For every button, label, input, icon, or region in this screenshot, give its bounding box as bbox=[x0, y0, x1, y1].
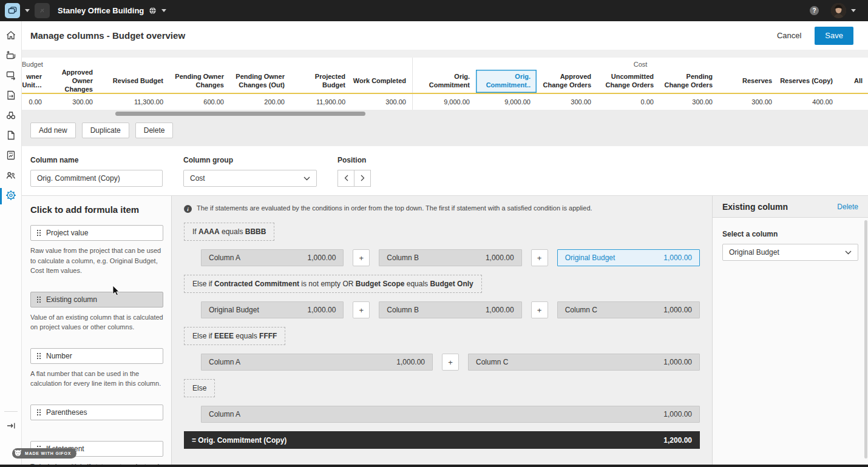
column-select-dropdown[interactable]: Original Budget bbox=[722, 244, 858, 261]
column-header-pending-owner-changes[interactable]: Pending Owner Changes bbox=[169, 70, 230, 93]
card-arrow-icon bbox=[5, 69, 17, 84]
sidebar-item-project-add[interactable] bbox=[0, 46, 22, 66]
palette-item-label: Number bbox=[46, 352, 72, 360]
chip-name: Original Budget bbox=[565, 254, 615, 262]
horizontal-scrollbar[interactable] bbox=[22, 110, 868, 118]
chip-name: Column C bbox=[565, 306, 597, 314]
save-button[interactable]: Save bbox=[815, 27, 853, 45]
formula-chip-column-c[interactable]: Column C1,000.00 bbox=[468, 354, 700, 371]
palette-item-number[interactable]: Number bbox=[30, 348, 163, 364]
group-label-cost: Cost bbox=[412, 58, 868, 70]
column-header-work-completed[interactable]: Work Completed bbox=[351, 70, 412, 93]
position-next-button[interactable] bbox=[354, 170, 371, 187]
sidebar-item-settings[interactable] bbox=[0, 186, 22, 206]
formula-chip-column-c[interactable]: Column C1,000.00 bbox=[557, 301, 700, 318]
sidebar-expand-button[interactable] bbox=[0, 417, 22, 437]
avatar[interactable] bbox=[831, 3, 846, 18]
project-thumbnail-icon[interactable] bbox=[35, 3, 50, 18]
formula-chip-column-a[interactable]: Column A1,000.00 bbox=[201, 406, 700, 423]
help-icon[interactable]: ? bbox=[810, 6, 819, 15]
position-prev-button[interactable] bbox=[337, 170, 354, 187]
sidebar-item-reports[interactable] bbox=[0, 146, 22, 166]
chip-name: Column A bbox=[209, 358, 240, 366]
condition-else[interactable]: Else bbox=[184, 379, 215, 397]
formula-chip-column-a[interactable]: Column A1,000.00 bbox=[201, 354, 433, 371]
column-header-pending-owner-changes-out[interactable]: Pending Owner Changes (Out) bbox=[230, 70, 291, 93]
condition-if-aaaa-equals-bbbb[interactable]: If AAAA equals BBBB bbox=[184, 223, 274, 241]
chip-value: 1,000.00 bbox=[663, 306, 692, 314]
operator-button[interactable]: + bbox=[353, 301, 370, 318]
info-text: The if statements are evaluated by the c… bbox=[197, 204, 592, 212]
sidebar-item-members[interactable] bbox=[0, 166, 22, 186]
palette-item-project-value[interactable]: Project value bbox=[30, 225, 163, 241]
column-name-input[interactable] bbox=[30, 170, 163, 187]
chevron-down-icon bbox=[845, 248, 852, 257]
column-group-value: Cost bbox=[190, 174, 205, 183]
formula-workspace: Click to add formula item Project valueR… bbox=[22, 195, 868, 465]
column-value-pending-owner-changes: 600.00 bbox=[169, 94, 230, 110]
sidebar-item-files[interactable] bbox=[0, 126, 22, 146]
palette-item-label: Project value bbox=[46, 229, 88, 237]
column-header-revised-budget[interactable]: Revised Budget bbox=[99, 70, 169, 93]
sidebar-item-reviews[interactable] bbox=[0, 106, 22, 126]
sidebar-item-files-sync[interactable] bbox=[0, 86, 22, 106]
column-header-wner-unit[interactable]: wner Unit… bbox=[22, 70, 48, 93]
chip-value: 1,000.00 bbox=[486, 254, 514, 262]
position-label: Position bbox=[337, 156, 371, 164]
formula-chip-column-b[interactable]: Column B1,000.00 bbox=[379, 249, 521, 266]
column-header-reserves[interactable]: Reserves bbox=[719, 70, 778, 93]
column-header-all[interactable]: All bbox=[839, 70, 868, 93]
column-header-approved-owner-changes[interactable]: Approved Owner Changes bbox=[48, 70, 99, 93]
column-header-uncommitted-change-orders[interactable]: Uncommitted Change Orders bbox=[597, 70, 660, 93]
inspector-delete-button[interactable]: Delete bbox=[837, 203, 858, 211]
palette-item-parentheses[interactable]: Parentheses bbox=[30, 405, 163, 420]
column-header-projected-budget[interactable]: Projected Budget bbox=[291, 70, 351, 93]
column-header-pending-change-orders[interactable]: Pending Change Orders bbox=[660, 70, 719, 93]
column-value-approved-owner-changes: 300.00 bbox=[48, 94, 99, 110]
operator-button[interactable]: + bbox=[353, 249, 370, 266]
palette-item-description: Raw value from the project that can be u… bbox=[30, 246, 163, 276]
column-group-select[interactable]: Cost bbox=[183, 170, 317, 187]
operator-button[interactable]: + bbox=[531, 301, 548, 318]
add-new-button[interactable]: Add new bbox=[30, 123, 76, 138]
palette-item-existing-column[interactable]: Existing column bbox=[30, 292, 163, 307]
column-value-orig-commitment: 9,000.00 bbox=[476, 94, 537, 110]
project-name[interactable]: Stanley Office Building bbox=[58, 6, 144, 15]
condition-else-if-contracted-commitment-is-not-empty-or-budget-scope-equals-budget-only[interactable]: Else if Contracted Commitment is not emp… bbox=[184, 275, 482, 293]
app-window: Stanley Office Building ? bbox=[0, 0, 868, 467]
result-label: = Orig. Commitment (Copy) bbox=[192, 436, 287, 445]
formula-chip-original-budget[interactable]: Original Budget1,000.00 bbox=[557, 249, 700, 266]
page-title: Manage columns - Budget overview bbox=[30, 30, 777, 41]
operator-button[interactable]: + bbox=[531, 249, 548, 266]
formula-chip-original-budget[interactable]: Original Budget1,000.00 bbox=[201, 301, 344, 318]
column-form: Column name Column group Cost Position bbox=[22, 146, 868, 195]
operator-button[interactable]: + bbox=[442, 354, 459, 371]
vertical-scrollbar-thumb[interactable] bbox=[864, 220, 867, 459]
app-switcher-icon[interactable] bbox=[5, 3, 20, 18]
sidebar-item-project-transfer[interactable] bbox=[0, 66, 22, 86]
column-header-approved-change-orders[interactable]: Approved Change Orders bbox=[537, 70, 597, 93]
delete-button[interactable]: Delete bbox=[135, 123, 174, 138]
group-label-row: Budget Cost bbox=[22, 58, 868, 70]
formula-chip-column-b[interactable]: Column B1,000.00 bbox=[379, 301, 521, 318]
sidebar-item-home[interactable] bbox=[0, 26, 22, 46]
chip-name: Column A bbox=[209, 410, 240, 418]
formula-chip-column-a[interactable]: Column A1,000.00 bbox=[201, 249, 344, 266]
app-switcher-caret-icon[interactable] bbox=[25, 9, 30, 12]
column-header-reserves-copy[interactable]: Reserves (Copy) bbox=[778, 70, 839, 93]
members-icon bbox=[5, 169, 17, 184]
condition-else-if-eeee-equals-ffff[interactable]: Else if EEEE equals FFFF bbox=[184, 327, 285, 345]
chip-name: Original Budget bbox=[209, 306, 259, 314]
column-value-pending-owner-changes-out: 200.00 bbox=[230, 94, 291, 110]
project-caret-icon[interactable] bbox=[161, 9, 166, 12]
column-header-orig-commitment[interactable]: Orig. Commitment bbox=[413, 70, 476, 93]
cancel-button[interactable]: Cancel bbox=[777, 31, 801, 40]
spacer bbox=[22, 50, 868, 58]
duplicate-button[interactable]: Duplicate bbox=[82, 123, 129, 138]
chip-value: 1,000.00 bbox=[486, 306, 514, 314]
scrollbar-thumb[interactable] bbox=[115, 112, 365, 116]
column-header-orig-commitment[interactable]: Orig. Commitment.. bbox=[476, 70, 537, 93]
palette-item-label: Parentheses bbox=[46, 408, 87, 417]
gifox-logo-icon bbox=[14, 448, 22, 459]
avatar-caret-icon[interactable] bbox=[851, 9, 856, 12]
